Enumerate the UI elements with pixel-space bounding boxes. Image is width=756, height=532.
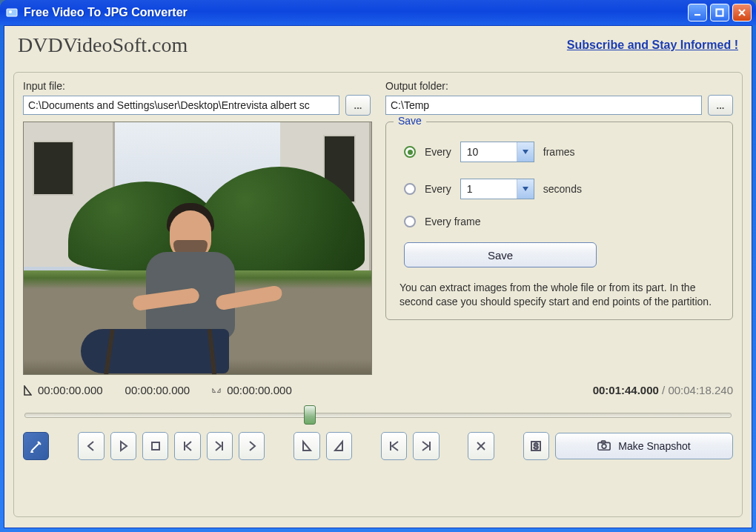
close-button[interactable] xyxy=(732,4,752,21)
svg-text:S: S xyxy=(534,442,539,450)
camera-icon xyxy=(597,439,611,453)
window-controls xyxy=(688,4,752,21)
stop-button[interactable] xyxy=(142,432,168,460)
radio-every-frame[interactable] xyxy=(404,216,416,227)
svg-rect-3 xyxy=(717,10,723,16)
output-folder-field[interactable] xyxy=(385,96,702,115)
svg-marker-15 xyxy=(303,442,311,450)
svg-marker-11 xyxy=(121,442,127,450)
seek-thumb[interactable] xyxy=(304,405,316,425)
mid-time: 00:00:00.000 xyxy=(125,384,190,396)
frames-unit-label: frames xyxy=(543,146,575,158)
current-position: 00:01:44.000 xyxy=(593,384,659,396)
snapshot-mode-button[interactable]: S xyxy=(523,432,549,460)
transport-toolbar: S Make Snapshot xyxy=(23,432,733,460)
seek-slider[interactable] xyxy=(24,407,732,422)
svg-marker-6 xyxy=(523,150,528,154)
clear-button[interactable] xyxy=(468,432,494,460)
output-folder-label: Output folder: xyxy=(385,80,733,92)
radio-every-frames-label: Every xyxy=(425,146,451,158)
main-panel: Input file: ... xyxy=(13,72,743,517)
radio-every-frame-label: Every frame xyxy=(425,216,480,227)
video-preview xyxy=(23,122,372,375)
mark-end-button[interactable] xyxy=(326,432,352,460)
end-time: 00:00:00.000 xyxy=(227,384,292,396)
save-button[interactable]: Save xyxy=(404,242,597,267)
chevron-down-icon xyxy=(517,142,534,162)
maximize-button[interactable] xyxy=(710,4,729,21)
radio-every-seconds-label: Every xyxy=(425,183,451,195)
play-button[interactable] xyxy=(110,432,136,460)
jump-end-button[interactable] xyxy=(413,432,439,460)
make-snapshot-button[interactable]: Make Snapshot xyxy=(555,433,733,459)
input-browse-button[interactable]: ... xyxy=(345,95,371,116)
brand-label: DVDVideoSoft.com xyxy=(18,33,188,57)
svg-marker-9 xyxy=(213,388,216,392)
svg-marker-10 xyxy=(217,388,220,392)
jump-start-button[interactable] xyxy=(381,432,407,460)
help-text: You can extract images from the whole fi… xyxy=(398,281,718,309)
seconds-unit-label: seconds xyxy=(543,183,582,195)
step-back-button[interactable] xyxy=(174,432,200,460)
next-button[interactable] xyxy=(239,432,265,460)
settings-button[interactable] xyxy=(23,432,49,460)
svg-point-24 xyxy=(602,444,606,448)
output-browse-button[interactable]: ... xyxy=(708,95,733,116)
prev-button[interactable] xyxy=(78,432,104,460)
svg-rect-0 xyxy=(7,9,17,16)
titlebar: Free Video To JPG Converter xyxy=(0,0,756,25)
svg-marker-16 xyxy=(335,442,342,450)
make-snapshot-label: Make Snapshot xyxy=(618,440,690,452)
range-marker-icon xyxy=(212,385,221,396)
svg-rect-25 xyxy=(602,441,606,443)
save-groupbox: Save Every 10 frames Eve xyxy=(385,122,733,320)
svg-marker-7 xyxy=(523,187,528,191)
input-file-field[interactable] xyxy=(23,96,339,115)
minimize-button[interactable] xyxy=(688,4,707,21)
radio-every-frames[interactable] xyxy=(404,146,416,158)
start-marker-icon xyxy=(23,385,32,396)
step-forward-button[interactable] xyxy=(207,432,233,460)
svg-marker-8 xyxy=(24,386,31,395)
subscribe-link[interactable]: Subscribe and Stay Informed ! xyxy=(567,39,738,52)
start-time: 00:00:00.000 xyxy=(38,384,103,396)
window-title: Free Video To JPG Converter xyxy=(24,6,688,19)
chevron-down-icon xyxy=(517,179,534,199)
svg-rect-12 xyxy=(152,442,159,450)
seconds-count-combo[interactable]: 1 xyxy=(460,179,534,199)
total-duration: 00:04:18.240 xyxy=(668,384,733,396)
radio-every-seconds[interactable] xyxy=(404,183,416,195)
input-file-label: Input file: xyxy=(23,80,371,92)
time-row: 00:00:00.000 00:00:00.000 00:00:00.000 xyxy=(23,384,733,396)
app-icon xyxy=(4,5,19,20)
svg-point-1 xyxy=(9,10,12,13)
frames-count-combo[interactable]: 10 xyxy=(460,142,534,162)
save-legend: Save xyxy=(394,115,426,127)
mark-start-button[interactable] xyxy=(294,432,319,460)
